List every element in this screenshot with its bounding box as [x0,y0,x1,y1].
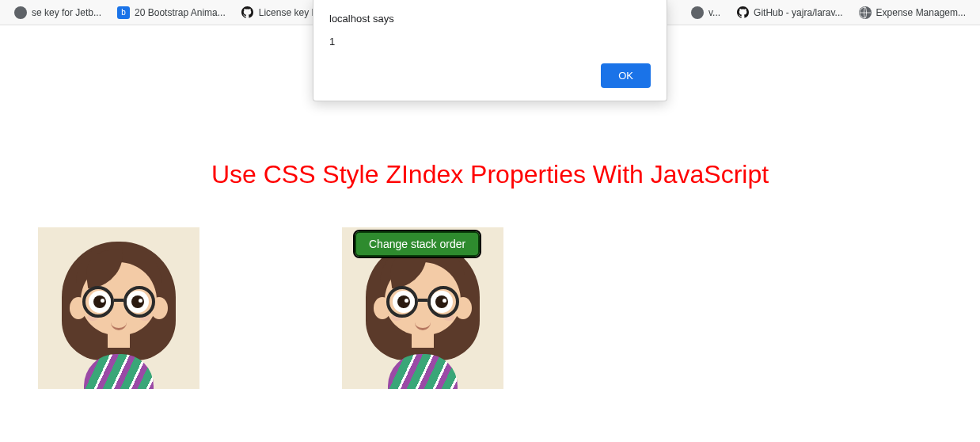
image-1 [38,227,199,389]
bookmark-icon: b [117,6,130,19]
github-icon [241,6,254,19]
bookmark-label: 20 Bootstrap Anima... [135,7,226,18]
page-title: Use CSS Style ZIndex Properties With Jav… [0,160,980,189]
image-2: Change stack order [342,227,503,389]
alert-ok-button[interactable]: OK [601,63,651,88]
bookmark-icon [14,6,27,19]
bookmark-label: GitHub - yajra/larav... [754,7,842,18]
alert-dialog: localhost says 1 OK [313,0,667,101]
bookmark-expense[interactable]: Expense Managem... [851,6,974,19]
alert-actions: OK [329,63,651,88]
bookmark-v[interactable]: v... [683,6,728,19]
bookmark-jetbrains[interactable]: se key for Jetb... [6,6,109,19]
bookmark-label: se key for Jetb... [32,7,101,18]
bookmark-yajra[interactable]: GitHub - yajra/larav... [728,6,850,19]
bookmark-bootstrap[interactable]: b 20 Bootstrap Anima... [109,6,234,19]
bookmark-label: Expense Managem... [876,7,966,18]
globe-icon [859,6,872,19]
alert-message: 1 [329,36,651,48]
change-stack-order-button[interactable]: Change stack order [355,231,480,257]
images-row: Change stack order [0,227,980,389]
bookmark-label: v... [708,7,720,18]
bookmark-icon [691,6,704,19]
github-icon [736,6,749,19]
alert-title: localhost says [329,13,651,25]
avatar-image [38,227,199,389]
